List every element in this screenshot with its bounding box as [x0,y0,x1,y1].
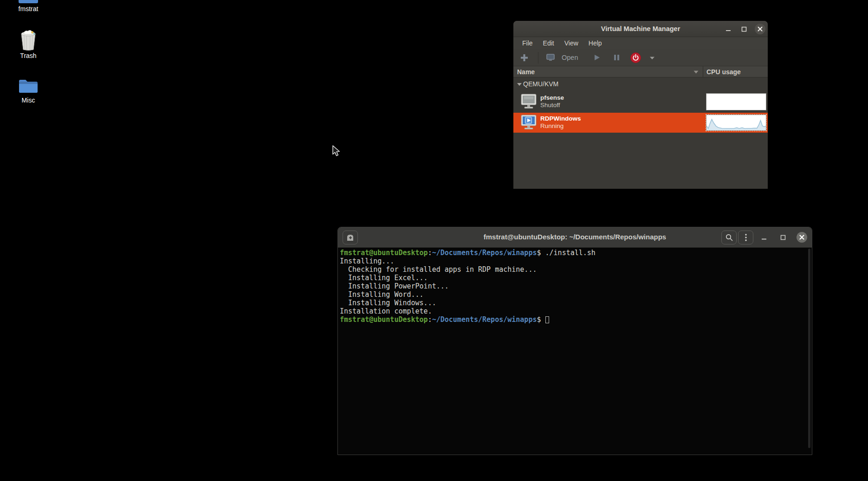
desktop-icon-label: Misc [3,96,54,104]
vmm-close-button[interactable] [755,24,765,34]
prompt-command: $ ./install.sh [537,249,595,257]
vm-group-label: QEMU/KVM [523,80,558,88]
prompt-colon: : [428,249,432,257]
vmm-minimize-button[interactable] [723,24,733,34]
vm-name: RDPWindows [540,115,581,122]
prompt-path: ~/Documents/Repos/winapps [432,249,537,257]
column-divider[interactable] [703,66,703,77]
terminal-maximize-button[interactable] [778,232,788,243]
terminal-output-line: Checking for installed apps in RDP machi… [340,265,811,274]
desktop-icon-fmstrat[interactable]: fmstrat [3,0,54,15]
terminal-output-line: Installing PowerPoint... [340,282,811,290]
desktop-icon-misc[interactable]: Misc [3,76,54,107]
prompt-colon: : [428,315,432,324]
menu-edit[interactable]: Edit [538,38,559,48]
close-icon [799,235,804,240]
vm-status: Running [540,122,564,129]
search-button[interactable] [721,231,737,244]
cpu-usage-graph-rdpwindows [706,115,766,131]
prompt-user-host: fmstrat@ubuntuDesktop [340,249,428,257]
terminal-output-line: Installing... [340,257,811,265]
folder-icon [19,0,38,3]
cpu-sparkline [706,115,766,130]
maximize-icon [780,235,786,240]
prompt-path: ~/Documents/Repos/winapps [432,315,537,324]
terminal-prompt-line: fmstrat@ubuntuDesktop:~/Documents/Repos/… [340,249,811,257]
terminal-minimize-button[interactable] [759,232,769,243]
shutdown-vm-button[interactable] [630,52,641,63]
open-vm-icon [546,54,555,61]
mouse-cursor [332,145,341,157]
terminal-cursor [545,316,549,323]
vm-list: QEMU/KVM pfsense Shutoff [513,77,768,189]
kebab-menu-icon [745,234,747,241]
vm-row-pfsense[interactable]: pfsense Shutoff [513,90,768,113]
menu-button[interactable] [738,231,753,244]
terminal-prompt-line: fmstrat@ubuntuDesktop:~/Documents/Repos/… [340,315,811,324]
expander-caret-icon[interactable] [517,83,522,86]
desktop-icon-trash[interactable]: Trash [3,28,54,60]
vm-name: pfsense [540,94,564,101]
vm-monitor-icon [521,94,537,109]
cpu-column-header[interactable]: CPU usage [706,68,741,76]
minimize-icon [725,26,731,32]
terminal-titlebar[interactable]: fmstrat@ubuntuDesktop: ~/Documents/Repos… [338,227,812,248]
vm-monitor-running-icon [521,115,537,130]
terminal-output-line: Installing Excel... [340,274,811,282]
close-icon [758,26,763,32]
run-vm-icon[interactable] [594,54,600,61]
name-column-header[interactable]: Name [517,68,535,76]
terminal-content[interactable]: fmstrat@ubuntuDesktop:~/Documents/Repos/… [338,248,811,455]
terminal-output-line: Installing Windows... [340,299,811,307]
vm-status: Shutoff [540,102,560,109]
new-vm-button[interactable] [520,54,528,62]
desktop-icon-label: Trash [3,52,54,59]
vmm-maximize-button[interactable] [739,24,749,34]
desktop-icon-label: fmstrat [3,5,54,13]
toolbar-separator [538,52,538,64]
trash-icon [19,29,37,51]
search-icon [725,234,733,241]
vmm-window: Virtual Machine Manager File Edit View H… [513,21,768,189]
prompt-user-host: fmstrat@ubuntuDesktop [340,315,428,324]
terminal-output-line: Installing Word... [340,290,811,299]
menu-help[interactable]: Help [583,38,607,48]
menu-file[interactable]: File [517,38,538,48]
open-vm-button[interactable]: Open [562,54,578,61]
folder-icon [18,77,39,93]
sort-caret-icon [693,71,699,74]
vm-list-header: Name CPU usage [513,66,768,77]
terminal-scrollbar[interactable] [808,249,810,448]
maximize-icon [741,26,747,32]
shutdown-menu-caret-icon[interactable] [649,56,655,60]
vmm-menubar: File Edit View Help [513,37,768,49]
pause-vm-icon[interactable] [614,54,620,61]
vm-row-rdpwindows[interactable]: RDPWindows Running [513,113,768,133]
vm-group-row[interactable]: QEMU/KVM [513,77,768,90]
vmm-titlebar[interactable]: Virtual Machine Manager [513,21,768,37]
terminal-window: fmstrat@ubuntuDesktop: ~/Documents/Repos… [337,227,812,455]
terminal-close-button[interactable] [797,232,807,243]
prompt-dollar: $ [537,315,545,324]
terminal-output-line: Installation complete. [340,307,811,315]
menu-view[interactable]: View [559,38,583,48]
minimize-icon [761,235,767,240]
cpu-usage-graph-pfsense [706,93,766,110]
vmm-toolbar: Open [513,49,768,66]
